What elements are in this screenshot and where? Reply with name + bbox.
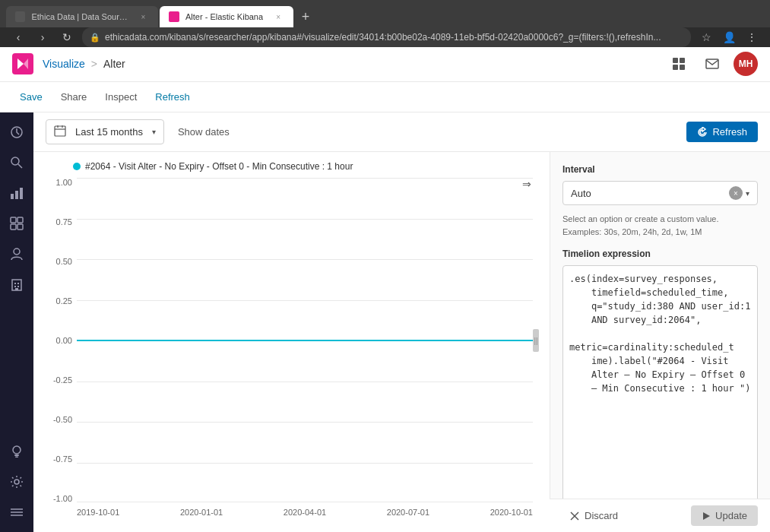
more-icon[interactable]: ⋮ [743, 28, 761, 46]
sidebar-item-tips[interactable] [3, 438, 30, 465]
svg-rect-16 [17, 224, 23, 230]
reload-button[interactable]: ↻ [58, 28, 76, 46]
sidebar-item-menu[interactable] [3, 499, 30, 526]
tab-ethica-close[interactable]: × [138, 11, 149, 23]
user-icon [10, 247, 24, 261]
refresh-toolbar-button[interactable]: Refresh [147, 88, 198, 106]
panel-drag-handle[interactable]: || [533, 329, 539, 352]
svg-rect-20 [17, 283, 19, 284]
svg-point-24 [13, 446, 21, 454]
chart-area: ⇒ 1.00 0.75 0.50 0.25 0.00 -0.25 -0.50 -… [43, 178, 540, 526]
show-dates-button[interactable]: Show dates [170, 122, 237, 142]
svg-rect-11 [15, 191, 18, 199]
sidebar-item-recent[interactable] [3, 119, 30, 146]
svg-point-8 [11, 157, 19, 165]
svg-rect-13 [11, 217, 16, 223]
sidebar-item-settings[interactable] [3, 468, 30, 496]
svg-rect-21 [14, 286, 16, 287]
right-panel: Interval Auto × ▾ Select an option or cr… [550, 152, 770, 532]
user-avatar-button[interactable]: MH [734, 52, 758, 76]
app-header: Visualize > Alter MH [0, 46, 770, 82]
mail-icon [705, 57, 719, 71]
svg-rect-6 [706, 59, 718, 68]
svg-point-17 [14, 249, 20, 255]
tab-ethica[interactable]: Ethica Data | Data Sources × [6, 6, 158, 27]
update-button[interactable]: Update [691, 505, 758, 526]
chart-container: #2064 - Visit Alter - No Expiry - Offset… [33, 152, 550, 532]
sidebar-item-org[interactable] [3, 271, 30, 298]
refresh-button-label: Refresh [712, 126, 747, 138]
refresh-button[interactable]: Refresh [686, 122, 758, 142]
svg-rect-19 [14, 283, 16, 284]
svg-rect-26 [15, 457, 18, 458]
chart-grid: || [77, 178, 533, 503]
settings-icon [10, 475, 24, 489]
url-text: ethicadata.com/kibana/s/researcher/app/k… [105, 32, 661, 43]
editor-toolbar: Save Share Inspect Refresh [0, 82, 770, 112]
side-nav [0, 112, 33, 532]
calendar-icon-svg [54, 125, 66, 137]
bookmark-icon[interactable]: ☆ [697, 28, 715, 46]
svg-rect-10 [11, 194, 14, 199]
lightbulb-icon [10, 445, 24, 458]
sidebar-item-dashboard[interactable] [3, 210, 30, 237]
inspect-button[interactable]: Inspect [97, 88, 144, 106]
header-actions: MH [667, 52, 758, 76]
back-button[interactable]: ‹ [9, 28, 27, 46]
breadcrumb-parent[interactable]: Visualize [43, 58, 85, 70]
calendar-icon [54, 125, 66, 139]
discard-button-label: Discard [585, 510, 618, 521]
breadcrumb-separator: > [91, 58, 97, 70]
interval-clear-button[interactable]: × [729, 186, 743, 200]
clock-icon [10, 125, 24, 139]
time-picker[interactable]: Last 15 months ▾ [46, 119, 164, 144]
grid-line-2 [77, 259, 533, 260]
svg-point-27 [14, 480, 19, 484]
x-axis: 2019-10-01 2020-01-01 2020-04-01 2020-07… [77, 505, 533, 526]
grid-line-3 [77, 300, 533, 301]
interval-select[interactable]: Auto × ▾ [562, 181, 758, 205]
url-bar[interactable]: 🔒 ethicadata.com/kibana/s/researcher/app… [82, 27, 691, 47]
profile-icon[interactable]: 👤 [720, 28, 738, 46]
content-area: Last 15 months ▾ Show dates Refresh [33, 112, 770, 532]
grid-line-7 [77, 463, 533, 464]
svg-rect-31 [55, 126, 65, 136]
breadcrumb-current: Alter [103, 58, 125, 70]
svg-marker-1 [24, 59, 28, 69]
timelion-expression-label: Timelion expression [562, 249, 758, 259]
share-button[interactable]: Share [53, 88, 95, 106]
timelion-expression-editor[interactable]: .es(index=survey_responses, timefield=sc… [562, 265, 758, 520]
lock-icon: 🔒 [90, 33, 100, 43]
sidebar-item-users[interactable] [3, 240, 30, 268]
y-axis: 1.00 0.75 0.50 0.25 0.00 -0.25 -0.50 -0.… [43, 178, 77, 503]
interval-label: Interval [562, 164, 758, 175]
time-range-text: Last 15 months [75, 126, 143, 138]
svg-rect-22 [17, 286, 19, 287]
breadcrumb: Visualize > Alter [43, 58, 125, 70]
discard-button[interactable]: Discard [562, 505, 626, 526]
grid-icon-button[interactable] [667, 52, 691, 76]
sidebar-item-visualize[interactable] [3, 179, 30, 207]
grid-line-8 [77, 502, 533, 502]
forward-button[interactable]: › [33, 28, 52, 46]
kibana-logo [12, 53, 33, 74]
mail-icon-button[interactable] [700, 52, 724, 76]
sidebar-item-search[interactable] [3, 149, 30, 176]
search-icon [10, 156, 24, 169]
grid-line-6 [77, 422, 533, 423]
tab-alter[interactable]: Alter - Elastic Kibana × [160, 6, 293, 27]
update-button-label: Update [715, 510, 747, 521]
new-tab-button[interactable]: + [295, 6, 316, 27]
tab-alter-close[interactable]: × [272, 11, 284, 23]
svg-rect-5 [680, 65, 685, 70]
tab-bar: Ethica Data | Data Sources × Alter - Ela… [0, 0, 770, 27]
chart-panel-area: #2064 - Visit Alter - No Expiry - Offset… [33, 152, 770, 532]
grid-icon [672, 57, 686, 71]
panel-actions: Discard Update [550, 499, 770, 532]
save-button[interactable]: Save [12, 88, 50, 106]
dashboard-icon [10, 217, 24, 230]
tab-alter-title: Alter - Elastic Kibana [185, 12, 263, 21]
svg-marker-0 [17, 59, 24, 69]
menu-icon [10, 505, 24, 519]
alter-favicon [169, 11, 179, 22]
